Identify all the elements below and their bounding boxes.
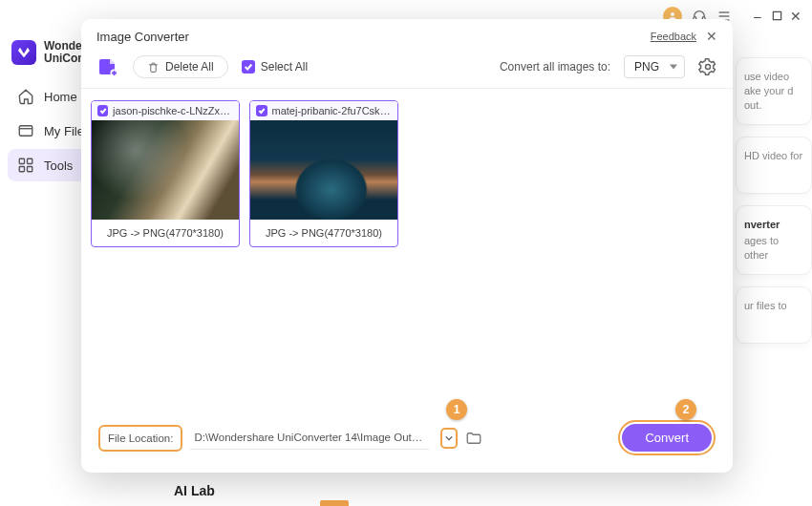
delete-all-label: Delete All [165, 60, 214, 74]
bg-card: nverterages to other [736, 205, 812, 276]
bg-card: ur files to [736, 286, 812, 344]
card-footer: JPG -> PNG(4770*3180) [250, 220, 397, 246]
convert-label: Convert [645, 431, 689, 445]
svg-rect-8 [28, 159, 32, 164]
callout-badge-1: 1 [446, 399, 467, 420]
file-name: matej-pribanic-2fu7CskIT... [272, 105, 392, 116]
svg-rect-9 [19, 167, 24, 172]
svg-rect-6 [19, 126, 32, 137]
convert-button[interactable]: Convert [622, 424, 712, 452]
window-close-icon[interactable]: ✕ [789, 10, 802, 23]
svg-rect-7 [19, 159, 24, 164]
image-converter-modal: Image Converter Feedback ✕ Delete All Se… [81, 19, 733, 473]
home-icon [17, 88, 34, 105]
image-card[interactable]: jason-pischke-c-LNzZxJtZ... JPG -> PNG(4… [91, 100, 240, 247]
add-image-icon[interactable] [96, 55, 119, 78]
modal-title: Image Converter [96, 30, 189, 44]
checkbox-checked-icon [242, 60, 255, 74]
select-all-checkbox[interactable]: Select All [242, 60, 308, 74]
settings-icon[interactable] [698, 57, 717, 76]
checkbox-checked-icon[interactable] [97, 105, 108, 116]
format-select[interactable]: PNG [624, 55, 685, 78]
image-thumbnail [92, 120, 239, 220]
file-grid: jason-pischke-c-LNzZxJtZ... JPG -> PNG(4… [81, 89, 733, 407]
bg-card: HD video for [736, 137, 812, 194]
brand-text: Wonde UniCon [44, 40, 85, 65]
modal-footer: 1 2 File Location: D:\Wondershare UniCon… [81, 407, 733, 473]
callout-badge-2: 2 [675, 399, 696, 420]
feedback-link[interactable]: Feedback [651, 31, 696, 42]
open-folder-icon[interactable] [465, 430, 482, 447]
checkbox-checked-icon[interactable] [256, 105, 267, 116]
file-name: jason-pischke-c-LNzZxJtZ... [113, 105, 233, 116]
svg-rect-10 [28, 167, 32, 172]
file-location-label: File Location: [98, 425, 182, 452]
trash-icon [147, 61, 160, 74]
card-footer: JPG -> PNG(4770*3180) [92, 220, 239, 246]
accent-strip [320, 500, 349, 506]
section-ai-lab: AI Lab [174, 483, 215, 498]
window-minimize-icon[interactable]: – [751, 10, 764, 23]
select-all-label: Select All [261, 60, 308, 74]
background-cards: use video ake your d out. HD video for n… [736, 57, 812, 355]
close-icon[interactable]: ✕ [706, 29, 717, 44]
convert-all-label: Convert all images to: [500, 60, 610, 74]
convert-button-highlight: Convert [618, 420, 716, 455]
sidebar-label: Tools [44, 158, 73, 173]
files-icon [17, 122, 34, 139]
toolbar: Delete All Select All Convert all images… [81, 50, 733, 89]
sidebar-label: My File [44, 124, 84, 138]
image-card[interactable]: matej-pribanic-2fu7CskIT... JPG -> PNG(4… [249, 100, 398, 247]
tools-icon [17, 157, 34, 174]
sidebar-label: Home [44, 90, 77, 104]
window-maximize-icon[interactable] [770, 10, 783, 23]
image-thumbnail [250, 120, 397, 220]
app-logo-icon [11, 40, 36, 65]
svg-point-12 [706, 65, 711, 70]
bg-card: use video ake your d out. [736, 57, 812, 125]
delete-all-button[interactable]: Delete All [133, 55, 228, 78]
svg-rect-5 [773, 11, 780, 19]
format-value: PNG [634, 60, 659, 74]
path-dropdown-button[interactable] [440, 428, 458, 449]
file-location-field[interactable]: D:\Wondershare UniConverter 14\Image Out… [190, 426, 429, 450]
file-location-path: D:\Wondershare UniConverter 14\Image Out… [190, 426, 429, 449]
